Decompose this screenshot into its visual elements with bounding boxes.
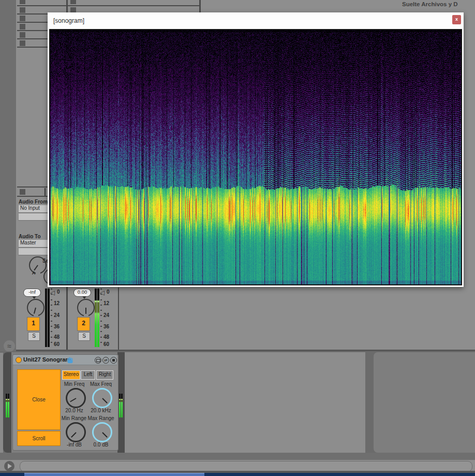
chain-input-meter bbox=[8, 394, 9, 417]
scale-label: 36 bbox=[103, 324, 109, 329]
scale-label: 60 bbox=[103, 341, 109, 347]
device-on-led[interactable] bbox=[16, 357, 22, 363]
max-freq-label: Max Freq bbox=[88, 381, 114, 387]
max-freq-value: 20.0 kHz bbox=[88, 408, 114, 413]
chain-output-meter bbox=[121, 394, 123, 417]
clip-stop-button[interactable] bbox=[20, 16, 25, 21]
hotswap-icon: ⇄ bbox=[104, 358, 108, 363]
track-divider bbox=[118, 287, 119, 351]
channel-stereo-button[interactable]: Stereo bbox=[62, 370, 80, 380]
track-divider bbox=[199, 0, 201, 13]
ableton-live-window: Suelte Archivos y D Audio From No Input … bbox=[0, 0, 475, 476]
audio-to-label: Audio To bbox=[19, 234, 41, 239]
track2-meter-right bbox=[97, 289, 99, 347]
clip-stop-button[interactable] bbox=[20, 32, 25, 38]
scrollbar-thumb[interactable] bbox=[24, 473, 204, 476]
clip-stop-button[interactable] bbox=[20, 7, 25, 13]
crossfade-icon: ≈ bbox=[7, 341, 11, 351]
scale-label: 48 bbox=[103, 334, 109, 340]
max-range-knob[interactable] bbox=[92, 422, 112, 442]
device-drop-area[interactable] bbox=[125, 352, 365, 453]
scale-label: 12 bbox=[103, 300, 109, 306]
close-button-label: Close bbox=[32, 397, 46, 402]
clip-stop-button[interactable] bbox=[20, 40, 25, 46]
send-a-label: A bbox=[30, 270, 37, 276]
track2-scale-ticks bbox=[100, 289, 102, 347]
device-save-button[interactable] bbox=[110, 357, 117, 364]
scale-label: 36 bbox=[54, 324, 60, 329]
chain-output-meter bbox=[119, 394, 121, 417]
save-icon bbox=[112, 359, 115, 362]
play-icon bbox=[8, 464, 12, 469]
window-close-button[interactable]: x bbox=[452, 15, 461, 24]
scale-label: 24 bbox=[54, 312, 60, 318]
sonogram-window: [sonogram] x bbox=[48, 12, 464, 287]
spectrogram-display bbox=[50, 30, 461, 284]
clip-stop-button[interactable] bbox=[20, 0, 25, 4]
crossfade-section-toggle[interactable]: ≈ bbox=[4, 340, 15, 352]
chain-input-meter bbox=[6, 394, 7, 417]
track2-meter-left bbox=[95, 289, 97, 347]
left-margin bbox=[0, 0, 16, 351]
track2-volume-knob[interactable] bbox=[77, 299, 95, 316]
track1-solo-button[interactable]: S bbox=[28, 332, 40, 341]
device-title-bar[interactable]: Unit27 Sonogram bbox=[13, 355, 117, 365]
scale-label: 60 bbox=[54, 341, 60, 347]
window-title: [sonogram] bbox=[53, 12, 84, 29]
slot-divider bbox=[44, 188, 46, 196]
window-title-bar[interactable]: [sonogram] x bbox=[48, 12, 464, 29]
sonogram-close-button[interactable]: Close bbox=[17, 369, 61, 430]
horizontal-scrollbar[interactable] bbox=[0, 473, 475, 476]
device-view: Unit27 Sonogram bbox=[0, 351, 475, 459]
spectrogram-frame bbox=[49, 29, 462, 285]
scroll-button-label: Scroll bbox=[32, 436, 45, 441]
max-range-label: Max Range bbox=[86, 415, 115, 421]
min-range-knob[interactable] bbox=[66, 422, 86, 442]
scale-label: 48 bbox=[54, 334, 60, 340]
min-freq-value: 20.0 Hz bbox=[62, 408, 86, 413]
min-freq-knob[interactable] bbox=[66, 388, 86, 408]
track1-volume-value[interactable]: -Inf bbox=[23, 289, 41, 297]
max-freq-knob[interactable] bbox=[92, 388, 112, 408]
side-panel bbox=[374, 352, 475, 453]
channel-right-button[interactable]: Right bbox=[96, 370, 113, 380]
drop-files-hint: Suelte Archivos y D bbox=[402, 1, 458, 7]
max-range-value: 0.0 dB bbox=[88, 442, 114, 448]
min-freq-label: Min Freq bbox=[62, 381, 86, 387]
scale-label: 24 bbox=[103, 312, 109, 318]
device-title: Unit27 Sonogram bbox=[23, 355, 70, 365]
clip-stop-button[interactable] bbox=[20, 24, 25, 30]
sonogram-scroll-button[interactable]: Scroll bbox=[17, 431, 61, 446]
preview-play-button[interactable] bbox=[4, 461, 14, 471]
status-bar bbox=[20, 461, 472, 472]
track1-meter-right bbox=[48, 289, 50, 347]
clip-stop-button[interactable] bbox=[20, 189, 25, 195]
audio-from-label: Audio From bbox=[19, 199, 48, 205]
scale-label: 12 bbox=[54, 300, 60, 306]
device-unit27-sonogram: Unit27 Sonogram bbox=[12, 354, 118, 451]
track1-meter-left bbox=[45, 289, 47, 347]
clip-stop-button[interactable] bbox=[70, 0, 76, 4]
scale-label: 0 bbox=[107, 289, 110, 295]
scale-label: 0 bbox=[57, 289, 60, 295]
device-unfold-button[interactable] bbox=[95, 357, 101, 364]
max-for-live-hand-icon bbox=[67, 356, 73, 366]
min-range-label: Min Range bbox=[61, 415, 87, 421]
track2-volume-value[interactable]: 0.00 bbox=[73, 289, 91, 297]
device-hotswap-button[interactable]: ⇄ bbox=[102, 357, 109, 364]
track1-volume-knob[interactable] bbox=[27, 299, 44, 316]
track1-activator-button[interactable]: 1 bbox=[27, 317, 40, 331]
track1-scale-ticks bbox=[51, 289, 52, 347]
channel-left-button[interactable]: Left bbox=[81, 370, 95, 380]
lower-band bbox=[0, 453, 475, 460]
unfold-icon bbox=[96, 359, 100, 362]
track2-solo-button[interactable]: S bbox=[78, 332, 90, 341]
chain-input-strip bbox=[3, 352, 11, 453]
min-range-value: -inf dB bbox=[62, 442, 86, 448]
track2-activator-button[interactable]: 2 bbox=[77, 317, 90, 331]
